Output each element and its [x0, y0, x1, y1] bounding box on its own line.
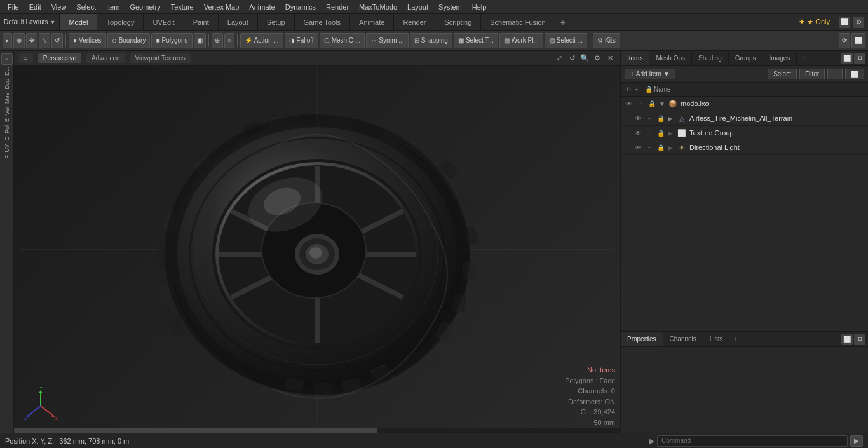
- menu-layout[interactable]: Layout: [402, 2, 433, 12]
- tab-layout[interactable]: Layout: [219, 14, 258, 30]
- maximize-icon[interactable]: ⬜: [839, 17, 850, 28]
- left-label-dd[interactable]: Dd.: [3, 65, 11, 77]
- tool-global[interactable]: ⊕: [13, 33, 25, 48]
- eye3-light[interactable]: 🔒: [656, 143, 665, 152]
- tab-schematicfusion[interactable]: Schematic Fusion: [481, 14, 555, 30]
- left-label-mesh[interactable]: Mes: [3, 92, 11, 105]
- eye-tire[interactable]: 👁: [634, 114, 642, 123]
- expand-light[interactable]: ▶: [668, 144, 674, 151]
- menu-edit[interactable]: Edit: [24, 2, 46, 12]
- tab-uvedit[interactable]: UVEdit: [144, 14, 184, 30]
- rtab-meshops[interactable]: Mesh Ops: [649, 51, 692, 65]
- vp-zoom-icon[interactable]: 🔍: [580, 53, 590, 64]
- item-row-tire[interactable]: 👁 + 🔒 ▶ △ Airless_Tire_Michelin_All_Terr…: [621, 111, 868, 126]
- left-label-poly[interactable]: Pol: [3, 124, 11, 135]
- eye3-tire[interactable]: 🔒: [656, 114, 665, 123]
- horizontal-scrollbar[interactable]: [14, 428, 620, 433]
- filter-button[interactable]: Filter: [799, 69, 825, 79]
- tool-transform[interactable]: ✥: [26, 33, 37, 48]
- prop-settings-icon[interactable]: ⚙: [854, 334, 865, 345]
- item-row-light[interactable]: 👁 + 🔒 ▶ ☀ Directional Light: [621, 140, 868, 155]
- command-arrow[interactable]: ▶: [649, 437, 654, 445]
- rtab-items[interactable]: Items: [621, 51, 649, 65]
- tool-circle[interactable]: ⊕: [212, 33, 223, 48]
- tool-boundary[interactable]: ◇ Boundary: [107, 33, 151, 48]
- add-item-button[interactable]: + Add Item ▼: [625, 69, 675, 79]
- prop-tab-add[interactable]: +: [729, 333, 742, 346]
- tab-setup[interactable]: Setup: [258, 14, 295, 30]
- left-label-c[interactable]: C: [3, 135, 11, 142]
- menu-item[interactable]: Item: [101, 2, 125, 12]
- vp-rotate-icon[interactable]: ↺: [567, 53, 577, 64]
- expand-tire[interactable]: ▶: [668, 115, 674, 122]
- command-go-button[interactable]: ▶: [850, 435, 863, 447]
- layouts-arrow[interactable]: ▼: [50, 19, 56, 25]
- star-only-label[interactable]: ★ ★ Only: [794, 18, 835, 26]
- tool-circle2[interactable]: ○: [224, 33, 234, 48]
- layouts-label[interactable]: Default Layouts: [4, 18, 48, 25]
- tool-rotate[interactable]: ↺: [51, 33, 63, 48]
- tool-snapping[interactable]: ⊞ Snapping: [410, 33, 452, 48]
- tab-paint[interactable]: Paint: [184, 14, 219, 30]
- tool-mesh[interactable]: ⬡ Mesh C ...: [320, 33, 365, 48]
- tool-maximize[interactable]: ⬜: [851, 33, 865, 48]
- menu-maxtomodo[interactable]: MaxToModo: [354, 2, 402, 12]
- prop-tab-properties[interactable]: Properties: [621, 332, 663, 346]
- prop-tab-lists[interactable]: Lists: [703, 332, 730, 346]
- tool-symmetry[interactable]: ↔ Symm ...: [366, 33, 408, 48]
- tab-render[interactable]: Render: [394, 14, 435, 30]
- vp-close-icon[interactable]: ✕: [605, 53, 615, 64]
- tab-topology[interactable]: Topology: [97, 14, 144, 30]
- tool-mode4[interactable]: ▣: [194, 33, 206, 48]
- vp-tab-expand[interactable]: ≡: [19, 53, 33, 63]
- vp-tab-textures[interactable]: Viewport Textures: [130, 53, 191, 63]
- item-row-modo[interactable]: 👁 + 🔒 ▼ 📦 modo.lxo: [621, 97, 868, 111]
- rtab-groups[interactable]: Groups: [729, 51, 763, 65]
- vp-gear-icon[interactable]: ⚙: [592, 53, 602, 64]
- eye2-modo[interactable]: +: [636, 99, 645, 108]
- menu-geometry[interactable]: Geometry: [125, 2, 165, 12]
- menu-render[interactable]: Render: [321, 2, 354, 12]
- vp-move-icon[interactable]: ⤢: [554, 53, 564, 64]
- tool-select-mode[interactable]: ▸: [3, 33, 12, 48]
- item-row-texture[interactable]: 👁 + 🔒 ▶ ⬜ Texture Group: [621, 126, 868, 140]
- tab-scripting[interactable]: Scripting: [435, 14, 481, 30]
- eye2-tire[interactable]: +: [645, 114, 654, 123]
- left-label-vert[interactable]: Ver: [3, 105, 11, 117]
- menu-dynamics[interactable]: Dynamics: [280, 2, 321, 12]
- tab-gametools[interactable]: Game Tools: [295, 14, 351, 30]
- prop-tab-channels[interactable]: Channels: [663, 332, 703, 346]
- command-input[interactable]: [657, 435, 848, 447]
- tool-reset[interactable]: ⟳: [839, 33, 850, 48]
- menu-file[interactable]: File: [3, 2, 24, 12]
- tab-animate[interactable]: Animate: [350, 14, 394, 30]
- eye3-modo[interactable]: 🔒: [648, 99, 656, 108]
- eye-modo[interactable]: 👁: [625, 99, 634, 108]
- menu-select[interactable]: Select: [71, 2, 101, 12]
- left-btn-top[interactable]: ≡: [1, 53, 13, 65]
- eye2-texture[interactable]: +: [645, 128, 654, 137]
- menu-system[interactable]: System: [433, 2, 467, 12]
- eye-texture[interactable]: 👁: [634, 128, 642, 137]
- tool-scale[interactable]: ⤡: [39, 33, 50, 48]
- settings-icon[interactable]: ⚙: [853, 17, 864, 28]
- tab-model[interactable]: Model: [60, 14, 97, 30]
- left-label-e[interactable]: E: [3, 117, 11, 123]
- eye3-texture[interactable]: 🔒: [656, 128, 665, 137]
- tool-falloff[interactable]: ◑ Falloff: [285, 33, 318, 48]
- left-label-dup[interactable]: Dup: [3, 78, 11, 91]
- items-minus-button[interactable]: −: [827, 69, 843, 79]
- tool-select-type[interactable]: ▦ Select T...: [454, 33, 498, 48]
- expand-modo[interactable]: ▼: [659, 100, 665, 107]
- menu-texture[interactable]: Texture: [166, 2, 199, 12]
- items-expand-button[interactable]: ⬜: [845, 69, 864, 79]
- tool-kits[interactable]: ⚙ Kits: [593, 33, 620, 48]
- tool-workplane[interactable]: ▤ Work Pl...: [499, 33, 543, 48]
- menu-vertexmap[interactable]: Vertex Map: [199, 2, 245, 12]
- menu-animate[interactable]: Animate: [244, 2, 280, 12]
- rtab-images[interactable]: Images: [763, 51, 797, 65]
- tool-action[interactable]: ⚡ Action ...: [240, 33, 283, 48]
- menu-help[interactable]: Help: [467, 2, 492, 12]
- left-label-f[interactable]: F: [3, 154, 11, 160]
- rtab-add[interactable]: +: [797, 52, 811, 65]
